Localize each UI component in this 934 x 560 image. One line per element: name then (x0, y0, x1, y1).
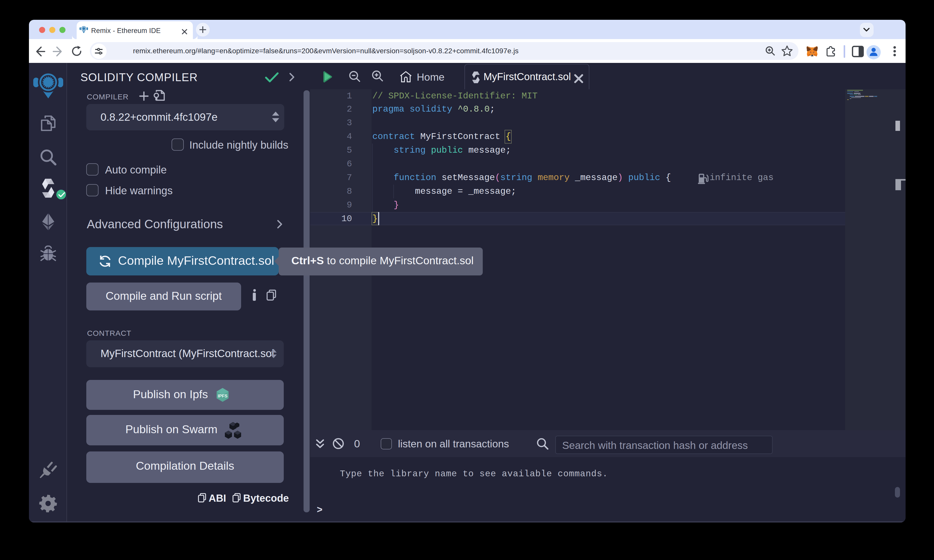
svg-text:IPFS: IPFS (218, 393, 227, 398)
